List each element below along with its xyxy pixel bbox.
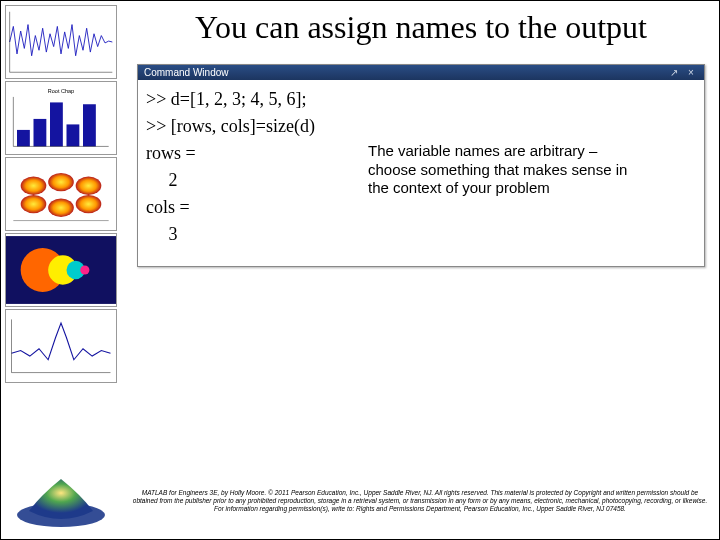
thumb-bar-chart: Root Chap (5, 81, 117, 155)
cmd-line: >> d=[1, 2, 3; 4, 5, 6]; (146, 86, 696, 113)
svg-rect-5 (17, 130, 30, 146)
matlab-command-window: Command Window ↗ × >> d=[1, 2, 3; 4, 5, … (137, 64, 705, 267)
cmd-line: >> [rows, cols]=size(d) (146, 113, 696, 140)
close-icon: × (684, 67, 698, 78)
svg-point-18 (76, 195, 102, 213)
svg-rect-9 (83, 104, 96, 146)
svg-point-15 (76, 177, 102, 195)
command-window-titlebar: Command Window ↗ × (138, 65, 704, 80)
slide-title: You can assign names to the output (137, 9, 705, 46)
svg-point-14 (48, 173, 74, 191)
svg-point-24 (80, 265, 89, 274)
undock-icon: ↗ (667, 67, 681, 78)
annotation-text: The variable names are arbitrary – choos… (368, 142, 628, 198)
svg-text:Root Chap: Root Chap (48, 88, 74, 94)
svg-point-16 (21, 195, 47, 213)
svg-point-13 (21, 177, 47, 195)
window-controls: ↗ × (667, 67, 698, 78)
command-window-title: Command Window (144, 67, 228, 78)
thumb-sinc (5, 309, 117, 383)
svg-rect-12 (6, 160, 116, 228)
command-window-body: >> d=[1, 2, 3; 4, 5, 6]; >> [rows, cols]… (138, 80, 704, 266)
copyright-footer: MATLAB for Engineers 3E, by Holly Moore.… (131, 489, 709, 513)
svg-rect-6 (34, 119, 47, 146)
sidebar-thumbnails: Root Chap (1, 1, 121, 540)
thumb-fractal (5, 233, 117, 307)
cmd-line: 3 (146, 221, 696, 248)
svg-rect-8 (67, 124, 80, 146)
corner-3d-plot-icon (5, 465, 117, 535)
thumb-noisy-signal (5, 5, 117, 79)
svg-rect-7 (50, 102, 63, 146)
thumb-surface-3d (5, 157, 117, 231)
slide-content: You can assign names to the output Comma… (121, 1, 720, 540)
svg-point-17 (48, 199, 74, 217)
